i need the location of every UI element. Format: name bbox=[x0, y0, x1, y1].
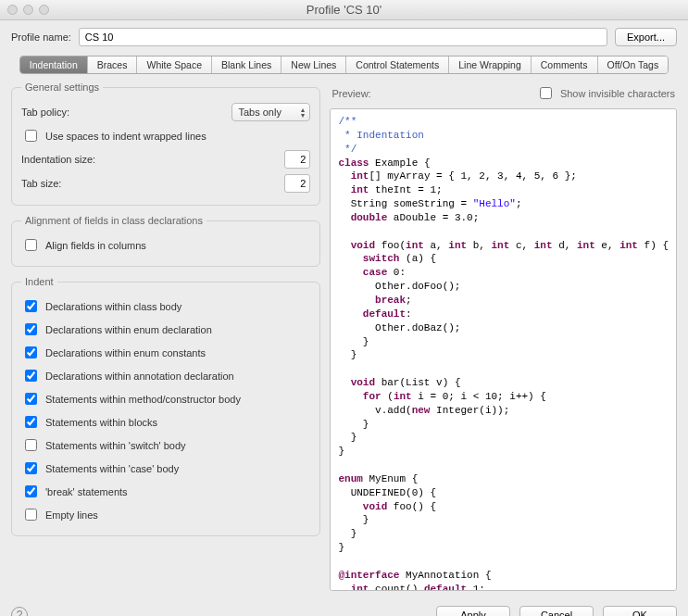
profile-row: Profile name: Export... bbox=[0, 20, 688, 52]
title-bar: Profile 'CS 10' bbox=[0, 0, 688, 20]
use-spaces-label: Use spaces to indent wrapped lines bbox=[45, 131, 206, 142]
indent-label-2: Declarations within enum constants bbox=[45, 347, 206, 358]
tab-comments[interactable]: Comments bbox=[532, 57, 598, 73]
indent-checkbox-5[interactable] bbox=[25, 416, 37, 428]
preview-code: /** * Indentation */ class Example { int… bbox=[330, 108, 677, 591]
tab-control-statements[interactable]: Control Statements bbox=[346, 57, 449, 73]
indent-checkbox-4[interactable] bbox=[25, 393, 37, 405]
indent-checkbox-3[interactable] bbox=[25, 370, 37, 382]
indent-item: Statements within 'case' body bbox=[21, 457, 310, 480]
ok-button[interactable]: OK bbox=[603, 606, 677, 616]
alignment-group: Alignment of fields in class declaration… bbox=[11, 215, 320, 267]
profile-name-input[interactable] bbox=[79, 28, 607, 46]
tab-policy-value: Tabs only bbox=[238, 107, 281, 118]
indent-label-1: Declarations within enum declaration bbox=[45, 324, 212, 335]
tab-off-on-tags[interactable]: Off/On Tags bbox=[598, 57, 669, 73]
preview-title: Preview: bbox=[331, 88, 370, 99]
indent-label-3: Declarations within annotation declarati… bbox=[45, 371, 234, 382]
indent-checkbox-6[interactable] bbox=[25, 439, 37, 451]
apply-button[interactable]: Apply bbox=[436, 606, 510, 616]
indent-item: Empty lines bbox=[21, 503, 310, 526]
tab-indentation[interactable]: Indentation bbox=[20, 57, 88, 73]
indent-size-label: Indentation size: bbox=[21, 154, 95, 165]
indent-label-6: Statements within 'switch' body bbox=[45, 440, 186, 451]
indent-label-9: Empty lines bbox=[45, 509, 98, 521]
general-settings-group: General settings Tab policy: Tabs only ▴… bbox=[11, 82, 320, 206]
indent-item: Declarations within enum declaration bbox=[21, 318, 310, 341]
indent-item: Statements within blocks bbox=[21, 410, 310, 434]
indent-label-4: Statements within method/constructor bod… bbox=[45, 394, 241, 405]
window-title: Profile 'CS 10' bbox=[0, 3, 688, 17]
general-settings-title: General settings bbox=[21, 82, 103, 93]
indent-label-8: 'break' statements bbox=[45, 486, 128, 497]
minimize-icon[interactable] bbox=[23, 5, 33, 15]
cancel-button[interactable]: Cancel bbox=[519, 606, 594, 616]
indent-item: 'break' statements bbox=[21, 480, 310, 503]
align-fields-checkbox[interactable] bbox=[25, 239, 37, 251]
indent-label-5: Statements within blocks bbox=[45, 417, 157, 428]
tab-blank-lines[interactable]: Blank Lines bbox=[212, 57, 281, 73]
indent-item: Statements within 'switch' body bbox=[21, 434, 310, 457]
tab-line-wrapping[interactable]: Line Wrapping bbox=[449, 57, 532, 73]
zoom-icon[interactable] bbox=[39, 5, 49, 15]
indent-checkbox-2[interactable] bbox=[25, 346, 37, 358]
indent-label-7: Statements within 'case' body bbox=[45, 463, 179, 474]
window-controls bbox=[7, 5, 49, 15]
export-button[interactable]: Export... bbox=[615, 28, 677, 46]
alignment-title: Alignment of fields in class declaration… bbox=[21, 215, 206, 226]
align-fields-label: Align fields in columns bbox=[45, 240, 146, 251]
tab-size-input[interactable] bbox=[284, 174, 310, 193]
show-invisible-checkbox[interactable] bbox=[540, 87, 552, 99]
profile-name-label: Profile name: bbox=[11, 31, 71, 43]
indent-checkbox-1[interactable] bbox=[25, 323, 37, 335]
right-pane: Preview: Show invisible characters /** *… bbox=[330, 82, 677, 591]
tab-policy-label: Tab policy: bbox=[21, 107, 69, 118]
tab-policy-select[interactable]: Tabs only ▴▾ bbox=[231, 103, 310, 121]
content-area: General settings Tab policy: Tabs only ▴… bbox=[0, 82, 688, 598]
indent-item: Declarations within class body bbox=[21, 295, 310, 318]
indent-label-0: Declarations within class body bbox=[45, 301, 181, 312]
indent-checkbox-7[interactable] bbox=[25, 462, 37, 474]
indent-item: Declarations within enum constants bbox=[21, 341, 310, 364]
indent-size-input[interactable] bbox=[284, 150, 310, 169]
show-invisible-label: Show invisible characters bbox=[560, 88, 675, 99]
tab-bar: IndentationBracesWhite SpaceBlank LinesN… bbox=[19, 56, 669, 74]
bottom-bar: ? Apply Cancel OK bbox=[0, 598, 688, 616]
left-pane: General settings Tab policy: Tabs only ▴… bbox=[11, 82, 320, 591]
indent-checkbox-9[interactable] bbox=[25, 509, 37, 521]
tab-size-label: Tab size: bbox=[21, 178, 61, 189]
help-icon[interactable]: ? bbox=[11, 607, 28, 616]
tabs-row: IndentationBracesWhite SpaceBlank LinesN… bbox=[0, 52, 688, 82]
chevron-updown-icon: ▴▾ bbox=[301, 107, 305, 119]
tab-braces[interactable]: Braces bbox=[88, 57, 138, 73]
use-spaces-checkbox[interactable] bbox=[25, 130, 37, 142]
indent-checkbox-0[interactable] bbox=[25, 300, 37, 312]
indent-item: Declarations within annotation declarati… bbox=[21, 364, 310, 387]
tab-new-lines[interactable]: New Lines bbox=[281, 57, 346, 73]
indent-checkbox-8[interactable] bbox=[25, 485, 37, 497]
indent-item: Statements within method/constructor bod… bbox=[21, 387, 310, 410]
indent-group: Indent Declarations within class bodyDec… bbox=[11, 276, 320, 536]
close-icon[interactable] bbox=[7, 5, 18, 15]
indent-title: Indent bbox=[21, 276, 57, 287]
tab-white-space[interactable]: White Space bbox=[137, 57, 212, 73]
